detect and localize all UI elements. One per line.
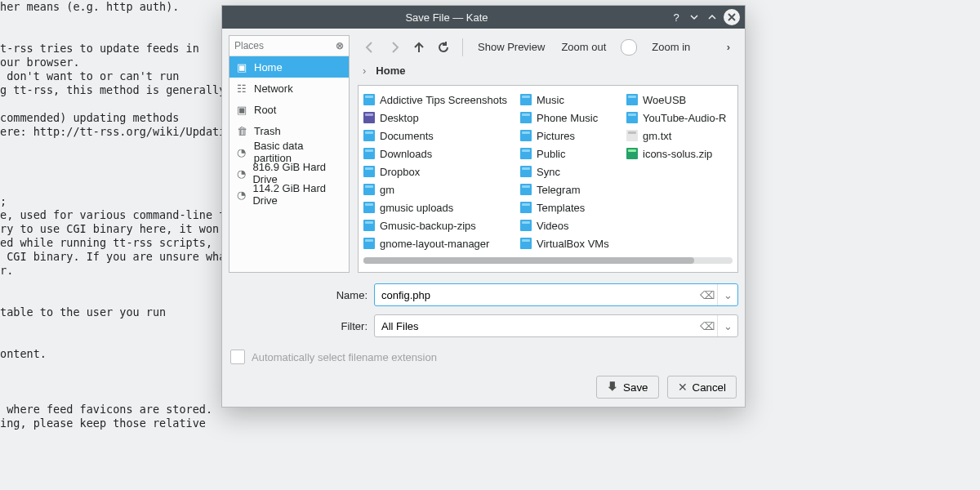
file-item[interactable]: gm.txt xyxy=(626,127,733,145)
file-label: Addictive Tips Screenshots xyxy=(380,94,507,106)
file-label: Phone Music xyxy=(537,112,598,124)
place-trash[interactable]: 🗑Trash xyxy=(229,120,349,141)
txt-file-icon xyxy=(626,130,638,141)
horizontal-scrollbar[interactable] xyxy=(363,257,733,264)
filter-input[interactable] xyxy=(375,315,697,336)
minimize-button[interactable] xyxy=(686,9,702,25)
toolbar-overflow[interactable]: › xyxy=(720,41,737,53)
file-item[interactable]: Templates xyxy=(520,198,617,216)
save-icon: 🡇 xyxy=(607,381,618,394)
folder-icon xyxy=(520,148,532,159)
cancel-icon: ✕ xyxy=(678,381,688,394)
place-network[interactable]: ☷Network xyxy=(229,78,349,99)
checkbox-icon xyxy=(230,350,245,364)
places-close-icon[interactable]: ⊗ xyxy=(336,40,344,51)
file-label: gmusic uploads xyxy=(380,202,453,214)
file-item[interactable]: icons-solus.zip xyxy=(626,145,733,163)
titlebar: Save File — Kate ? xyxy=(222,6,745,29)
network-icon: ☷ xyxy=(236,82,247,95)
file-label: icons-solus.zip xyxy=(643,148,712,160)
auto-extension-checkbox[interactable]: Automatically select filename extension xyxy=(229,345,738,376)
cancel-label: Cancel xyxy=(693,381,727,394)
save-button[interactable]: 🡇Save xyxy=(596,376,658,399)
file-item[interactable]: gnome-layout-manager xyxy=(363,234,510,252)
cancel-button[interactable]: ✕Cancel xyxy=(667,376,737,399)
file-item[interactable]: Phone Music xyxy=(520,109,617,127)
file-label: gnome-layout-manager xyxy=(380,238,489,250)
file-item[interactable]: Desktop xyxy=(363,109,510,127)
place-label: 114.2 GiB Hard Drive xyxy=(252,182,342,207)
chevron-right-icon[interactable]: › xyxy=(363,65,366,77)
file-item[interactable]: Gmusic-backup-zips xyxy=(363,216,510,234)
place-home[interactable]: ▣Home xyxy=(229,56,349,78)
filter-label: Filter: xyxy=(229,320,374,332)
file-item[interactable]: Music xyxy=(520,91,617,109)
file-label: Telegram xyxy=(537,184,580,196)
folder-icon xyxy=(363,94,375,105)
place-basic-data[interactable]: ◔Basic data partition xyxy=(229,141,349,163)
breadcrumb: › Home xyxy=(358,59,738,85)
dialog-buttons: 🡇Save ✕Cancel xyxy=(229,376,738,399)
places-header-label: Places xyxy=(234,40,336,51)
file-label: gm xyxy=(380,184,394,196)
place-label: Trash xyxy=(254,125,281,137)
folder-icon xyxy=(520,202,532,213)
places-panel: Places ⊗ ▣Home ☷Network ▣Root 🗑Trash ◔Ba… xyxy=(229,35,350,273)
file-item[interactable]: Documents xyxy=(363,127,510,145)
folder-icon xyxy=(363,184,375,195)
file-item[interactable]: Addictive Tips Screenshots xyxy=(363,91,510,109)
show-preview-button[interactable]: Show Preview xyxy=(471,41,551,53)
folder-icon xyxy=(363,202,375,213)
folder-icon xyxy=(363,166,375,177)
zoom-in-button[interactable]: Zoom in xyxy=(645,41,697,53)
name-dropdown-icon[interactable]: ⌄ xyxy=(717,284,737,305)
breadcrumb-home[interactable]: Home xyxy=(376,65,405,77)
nav-back[interactable] xyxy=(359,37,381,58)
nav-forward[interactable] xyxy=(384,37,405,58)
file-label: VirtualBox VMs xyxy=(537,238,609,250)
file-item[interactable]: WoeUSB xyxy=(626,91,733,109)
help-button[interactable]: ? xyxy=(668,9,684,25)
file-label: Desktop xyxy=(380,112,419,124)
file-item[interactable]: Sync xyxy=(520,163,617,180)
place-root[interactable]: ▣Root xyxy=(229,99,349,120)
zip-file-icon xyxy=(626,148,638,159)
file-item[interactable]: YouTube-Audio-R xyxy=(626,109,733,127)
name-combo: ⌫ ⌄ xyxy=(374,283,738,306)
zoom-slider[interactable] xyxy=(621,39,637,56)
file-item[interactable]: Dropbox xyxy=(363,163,510,180)
name-input[interactable] xyxy=(375,284,697,305)
file-label: WoeUSB xyxy=(643,94,686,106)
nav-reload[interactable] xyxy=(433,37,454,58)
file-item[interactable]: gm xyxy=(363,180,510,198)
nav-up[interactable] xyxy=(408,37,430,58)
file-label: Pictures xyxy=(537,130,575,142)
file-item[interactable]: gmusic uploads xyxy=(363,198,510,216)
file-label: YouTube-Audio-R xyxy=(643,112,726,124)
d-file-icon xyxy=(363,112,375,123)
close-button[interactable] xyxy=(724,9,740,25)
file-item[interactable]: VirtualBox VMs xyxy=(520,234,617,252)
dialog-body: Places ⊗ ▣Home ☷Network ▣Root 🗑Trash ◔Ba… xyxy=(222,29,745,407)
file-item[interactable]: Public xyxy=(520,145,617,163)
folder-icon: ▣ xyxy=(236,61,247,74)
zoom-out-button[interactable]: Zoom out xyxy=(555,41,612,53)
place-drive-816[interactable]: ◔816.9 GiB Hard Drive xyxy=(229,163,349,184)
place-drive-114[interactable]: ◔114.2 GiB Hard Drive xyxy=(229,184,349,205)
folder-icon xyxy=(363,238,375,249)
folder-icon xyxy=(520,94,532,105)
filter-clear-icon[interactable]: ⌫ xyxy=(697,315,717,336)
filter-dropdown-icon[interactable]: ⌄ xyxy=(717,315,737,336)
folder-icon xyxy=(520,130,532,141)
file-label: gm.txt xyxy=(643,130,671,142)
folder-icon xyxy=(520,166,532,177)
maximize-button[interactable] xyxy=(704,9,720,25)
file-label: Music xyxy=(537,94,564,106)
file-item[interactable]: Videos xyxy=(520,216,617,234)
name-clear-icon[interactable]: ⌫ xyxy=(697,284,717,305)
name-label: Name: xyxy=(229,289,374,301)
file-item[interactable]: Telegram xyxy=(520,180,617,198)
file-item[interactable]: Downloads xyxy=(363,145,510,163)
folder-icon xyxy=(520,238,532,249)
file-item[interactable]: Pictures xyxy=(520,127,617,145)
